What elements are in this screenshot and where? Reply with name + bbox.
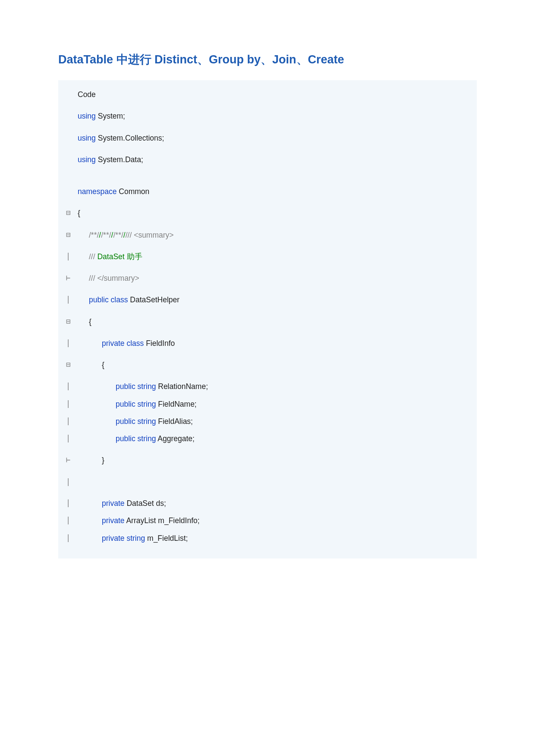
code-token: System.Collections; [96,134,164,142]
code-content: public string Aggregate; [78,433,470,444]
code-line: using System.Collections; [65,132,470,144]
page-title: DataTable 中进行 Distinct、Group by、Join、Cre… [58,52,477,67]
code-token: private string [102,534,145,543]
code-content: /**///**///**///// <summary> [78,229,470,241]
code-token: { [89,317,91,326]
code-content: } [78,455,470,466]
code-line: |public string Aggregate; [65,433,470,444]
code-content: using System.Data; [78,154,470,165]
code-block: Codeusing System;using System.Collection… [58,80,477,558]
fold-gutter-icon: ⊟ [65,207,78,219]
spacer [65,165,470,186]
fold-gutter-icon: ⊟ [65,359,78,370]
code-token: /// </summary> [89,274,139,282]
code-line: ⊟{ [65,316,470,327]
code-token: <summary> [134,231,173,239]
code-token: /// [89,252,97,261]
code-line: using System.Data; [65,154,470,165]
code-content: { [78,359,470,370]
code-line: using System; [65,110,470,122]
code-line: |public string FieldName; [65,398,470,410]
code-token: Aggregate; [156,434,195,443]
fold-gutter-icon: | [65,477,78,488]
code-token: { [102,361,104,369]
code-content: private DataSet ds; [78,498,470,509]
code-token: /**/ [89,231,99,239]
code-line: |private class FieldInfo [65,338,470,349]
fold-gutter-icon: | [65,433,78,444]
code-line: ⊟{ [65,359,470,370]
spacer [65,349,470,359]
code-token: public string [116,434,156,443]
code-line: |private string m_FieldList; [65,533,470,544]
code-token: } [102,456,104,464]
code-content: private class FieldInfo [78,338,470,349]
spacer [65,509,470,515]
code-token: using [78,112,96,120]
spacer [65,487,470,498]
code-token: public class [89,295,128,304]
code-token: using [78,134,96,142]
code-line: ⊟/**///**///**///// <summary> [65,229,470,241]
code-line: |public string FieldAlias; [65,416,470,427]
code-line: |/// DataSet 助手 [65,251,470,262]
code-token: public string [116,400,156,408]
code-token: /**/ [101,231,111,239]
code-content: private ArrayList m_FieldInfo; [78,515,470,526]
code-line: ⊢/// </summary> [65,273,470,284]
fold-gutter-icon: | [65,381,78,392]
code-content: { [78,207,470,219]
code-token: public string [116,417,156,426]
spacer [65,241,470,251]
code-line: | [65,477,470,488]
fold-gutter-icon: | [65,251,78,262]
code-content: using System; [78,110,470,122]
code-token: using [78,155,96,164]
code-token: System.Data; [96,155,143,164]
fold-gutter-icon: | [65,294,78,305]
code-token: /// [126,231,134,239]
fold-gutter-icon: ⊢ [65,273,78,284]
code-content: Code [78,89,470,100]
code-token: DataSet ds; [125,499,166,508]
spacer [65,122,470,132]
fold-gutter-icon: | [65,515,78,526]
spacer [65,410,470,416]
code-content: /// </summary> [78,273,470,284]
code-token: { [78,209,80,217]
code-line: Code [65,89,470,100]
code-content: namespace Common [78,186,470,197]
code-token: FieldInfo [144,339,175,348]
spacer [65,370,470,381]
code-token: DataSetHelper [128,295,179,304]
code-content: using System.Collections; [78,132,470,144]
fold-gutter-icon: | [65,398,78,410]
spacer [65,262,470,273]
code-content: private string m_FieldList; [78,533,470,544]
code-token: public string [116,382,156,391]
spacer [65,544,470,550]
spacer [65,144,470,154]
code-token: m_FieldList; [145,534,188,543]
fold-gutter-icon: | [65,498,78,509]
code-token: RelationName; [156,382,208,391]
code-token: namespace [78,187,116,196]
spacer [65,527,470,533]
spacer [65,444,470,455]
code-content: public string FieldAlias; [78,416,470,427]
code-token: ArrayList m_FieldInfo; [125,516,200,525]
code-content: public class DataSetHelper [78,294,470,305]
fold-gutter-icon: | [65,533,78,544]
code-content: public string FieldName; [78,398,470,410]
code-token: Common [116,187,149,196]
code-line: |private DataSet ds; [65,498,470,509]
code-line: ⊟{ [65,207,470,219]
code-token: FieldAlias; [156,417,193,426]
code-token: private class [102,339,144,348]
code-token: FieldName; [156,400,196,408]
code-content: public string RelationName; [78,381,470,392]
code-line: |public class DataSetHelper [65,294,470,305]
spacer [65,466,470,477]
code-content: /// DataSet 助手 [78,251,470,262]
spacer [65,100,470,110]
